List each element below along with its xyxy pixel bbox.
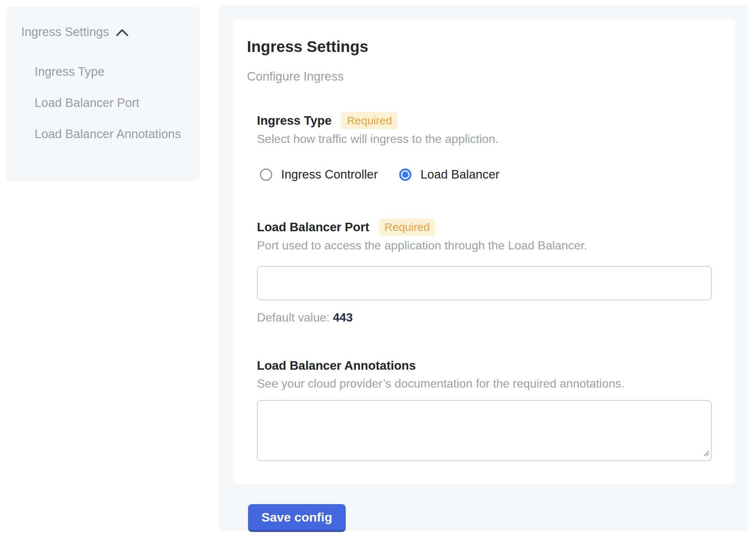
sidebar-item-ingress-type[interactable]: Ingress Type <box>35 60 183 83</box>
annotations-textarea-wrap <box>257 400 712 461</box>
settings-sidebar: Ingress Settings Ingress Type Load Balan… <box>6 7 200 182</box>
radio-button-icon[interactable] <box>399 169 411 181</box>
page-title: Ingress Settings <box>247 38 712 56</box>
load-balancer-port-input[interactable] <box>257 266 712 300</box>
hint-value: 443 <box>333 311 353 324</box>
field-description: Port used to access the application thro… <box>257 238 712 253</box>
radio-option-ingress-controller[interactable]: Ingress Controller <box>260 167 378 182</box>
sidebar-item-list: Ingress Type Load Balancer Port Load Bal… <box>21 60 185 145</box>
ingress-settings-card: Ingress Settings Configure Ingress Ingre… <box>233 19 735 484</box>
sidebar-item-load-balancer-annotations[interactable]: Load Balancer Annotations <box>35 122 183 145</box>
field-label-load-balancer-annotations: Load Balancer Annotations <box>257 357 712 374</box>
sidebar-item-load-balancer-port[interactable]: Load Balancer Port <box>35 91 183 114</box>
ingress-settings-panel: Ingress Settings Configure Ingress Ingre… <box>218 5 749 531</box>
radio-option-label: Ingress Controller <box>281 167 378 182</box>
field-description: Select how traffic will ingress to the a… <box>257 131 712 146</box>
section-ingress-type: Ingress Type Required Select how traffic… <box>257 112 712 182</box>
field-label-ingress-type: Ingress Type Required <box>257 112 712 129</box>
sidebar-group-ingress-settings[interactable]: Ingress Settings <box>21 24 185 40</box>
ingress-type-radio-group: Ingress Controller Load Balancer <box>260 167 712 182</box>
field-description: See your cloud provider’s documentation … <box>257 376 712 391</box>
field-label-text: Load Balancer Annotations <box>257 357 416 374</box>
section-load-balancer-port: Load Balancer Port Required Port used to… <box>257 219 712 325</box>
sidebar-group-label: Ingress Settings <box>21 24 109 39</box>
chevron-up-icon <box>116 25 128 40</box>
save-config-button[interactable]: Save config <box>248 504 346 532</box>
default-value-hint: Default value: 443 <box>257 310 712 325</box>
section-load-balancer-annotations: Load Balancer Annotations See your cloud… <box>257 357 712 461</box>
hint-label: Default value: <box>257 311 330 324</box>
required-badge: Required <box>341 112 398 129</box>
radio-button-icon[interactable] <box>260 169 272 181</box>
required-badge: Required <box>379 219 436 236</box>
field-label-text: Load Balancer Port <box>257 219 369 235</box>
field-label-text: Ingress Type <box>257 112 332 129</box>
radio-option-load-balancer[interactable]: Load Balancer <box>399 167 499 182</box>
page-subtitle: Configure Ingress <box>247 69 712 84</box>
load-balancer-annotations-textarea[interactable] <box>257 400 712 461</box>
field-label-load-balancer-port: Load Balancer Port Required <box>257 219 712 236</box>
radio-option-label: Load Balancer <box>420 167 499 182</box>
